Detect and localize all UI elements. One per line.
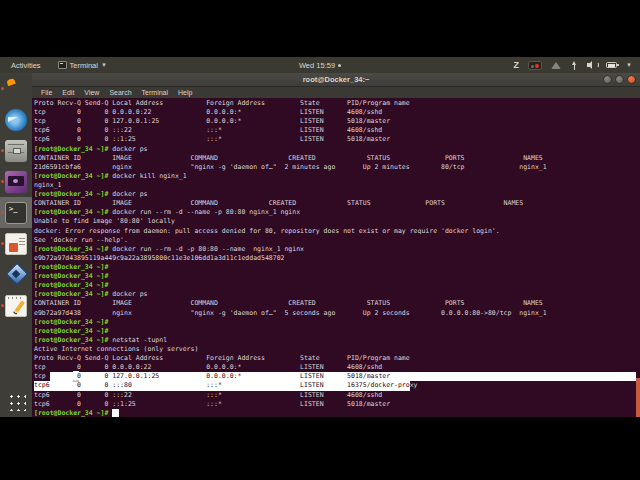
letterbox-top [0, 0, 640, 57]
terminal-text: tcp6 0 0 ::1:25 :::* LISTEN 5018/master [34, 400, 390, 409]
terminal-line: [root@Docker_34 ~]# [34, 318, 636, 327]
menu-item-search[interactable]: Search [104, 89, 136, 96]
terminal-text: docker ps [108, 290, 147, 299]
window-buttons [603, 75, 640, 84]
shell-prompt: [root@Docker_34 ~]# [34, 190, 108, 199]
minimize-button[interactable] [603, 75, 612, 84]
shell-prompt: [root@Docker_34 ~]# [34, 281, 108, 290]
terminal-line: tcp 0 0 127.0.0.1:25 0.0.0.0:* LISTEN 50… [34, 117, 636, 126]
thunderbird-icon [5, 109, 27, 131]
dock-item-notes[interactable] [0, 290, 32, 321]
menu-item-file[interactable]: File [36, 89, 57, 96]
terminal-line: tcp6 0 0 ::1:25 :::* LISTEN 5018/master [34, 135, 636, 144]
clock[interactable]: Wed 15:59 [0, 61, 640, 70]
terminal-line: Proto Recv-Q Send-Q Local Address Foreig… [34, 99, 636, 108]
window-title: root@Docker_34:~ [32, 75, 640, 84]
shell-prompt: [root@Docker_34 ~]# [34, 272, 108, 281]
terminal-icon [5, 202, 27, 224]
dock-item-screenshot-app[interactable] [0, 166, 32, 197]
impress-icon [5, 233, 27, 255]
shell-prompt: [root@Docker_34 ~]# [34, 290, 108, 299]
close-button[interactable] [627, 75, 636, 84]
dock-item-virtualbox[interactable] [0, 259, 32, 290]
terminal-text: Active Internet connections (only server… [34, 345, 198, 354]
notification-dot-icon [338, 64, 341, 67]
terminal-line: e9b72a97d438 nginx "nginx -g 'daemon of…… [34, 309, 636, 318]
shell-prompt: [root@Docker_34 ~]# [34, 172, 108, 181]
firefox-icon [5, 78, 27, 100]
terminal-text: CONTAINER ID IMAGE COMMAND CREATED STATU… [34, 199, 523, 208]
terminal-line: Proto Recv-Q Send-Q Local Address Foreig… [34, 354, 636, 363]
shell-prompt: [root@Docker_34 ~]# [34, 245, 108, 254]
terminal-line: docker: Error response from daemon: pull… [34, 227, 636, 236]
file-cabinet-icon [5, 140, 27, 162]
terminal-text: tcp 0 0 0.0.0.0:22 0.0.0.0:* LISTEN 4608… [34, 363, 382, 372]
shell-prompt: [root@Docker_34 ~]# [34, 409, 108, 417]
terminal-text: tcp6 0 0 :::22 :::* LISTEN 4608/sshd [34, 391, 382, 400]
terminal-cursor [112, 409, 119, 417]
volume-icon[interactable] [587, 57, 597, 73]
terminal-text: Proto Recv-Q Send-Q Local Address Foreig… [34, 99, 410, 108]
terminal-text: tcp 0 0 127.0.0.1:25 0.0.0.0:* LISTEN 50… [34, 117, 390, 126]
terminal-line: [root@Docker_34 ~]# docker run --rm -d -… [34, 245, 636, 254]
running-indicator-dot [1, 211, 4, 214]
terminal-text: docker run --rm -d -p 80:80 --name nginx… [108, 245, 304, 254]
screen-recorder-icon[interactable] [528, 57, 542, 73]
virtualbox-icon [5, 264, 27, 286]
shell-prompt: [root@Docker_34 ~]# [34, 145, 108, 154]
network-icon[interactable] [570, 57, 578, 73]
screen: Activities Terminal ▼ Wed 15:59 Z ▼ root… [0, 0, 640, 480]
terminal-text: tcp [34, 372, 50, 381]
scrollbar-thumb[interactable] [636, 378, 640, 417]
terminal-text: netstat -tupnl [108, 336, 167, 345]
menu-item-view[interactable]: View [79, 89, 104, 96]
terminal-text: CONTAINER ID IMAGE COMMAND CREATED STATU… [34, 299, 543, 308]
terminal-line: Unable to find image '80:80' locally [34, 217, 636, 226]
terminal-line: tcp6 0 0 :::80 :::* LISTEN 16375/docker-… [34, 381, 636, 390]
shell-prompt: [root@Docker_34 ~]# [34, 208, 108, 217]
show-apps-grid-icon [7, 392, 26, 411]
dock-item-terminal[interactable] [0, 197, 32, 228]
terminal-line: [root@Docker_34 ~]# [34, 409, 636, 417]
terminal-viewport[interactable]: Proto Recv-Q Send-Q Local Address Foreig… [32, 98, 640, 417]
dock-item-libreoffice-impress[interactable] [0, 228, 32, 259]
terminal-line: [root@Docker_34 ~]# netstat -tupnl [34, 336, 636, 345]
terminal-line: CONTAINER ID IMAGE COMMAND CREATED STATU… [34, 199, 636, 208]
terminal-line: [root@Docker_34 ~]# [34, 272, 636, 281]
terminal-line: tcp6 0 0 ::1:25 :::* LISTEN 5018/master [34, 400, 636, 409]
titlebar[interactable]: root@Docker_34:~ [32, 73, 640, 87]
terminal-output: Proto Recv-Q Send-Q Local Address Foreig… [32, 98, 640, 417]
letterbox-bottom [0, 417, 640, 480]
terminal-line: tcp 0 0 0.0.0.0:22 0.0.0.0:* LISTEN 4608… [34, 363, 636, 372]
shell-prompt: [root@Docker_34 ~]# [34, 263, 108, 272]
shell-prompt: [root@Docker_34 ~]# [34, 336, 108, 345]
menubar: FileEditViewSearchTerminalHelp [32, 87, 640, 98]
dock-item-thunderbird[interactable] [0, 104, 32, 135]
maximize-button[interactable] [615, 75, 624, 84]
menu-item-terminal[interactable]: Terminal [137, 89, 173, 96]
terminal-text: tcp6 0 0 ::1:25 :::* LISTEN 5018/master [34, 135, 390, 144]
terminal-line: nginx_1 [34, 181, 636, 190]
running-indicator-dot [1, 149, 4, 152]
dock-item-show-applications[interactable] [0, 386, 32, 417]
terminal-line: Active Internet connections (only server… [34, 345, 636, 354]
terminal-text: Unable to find image '80:80' locally [34, 217, 175, 226]
terminal-line: e9b72a97d43895119a449c9a22a3895800c11e3e… [34, 254, 636, 263]
terminal-line: tcp6 0 0 :::22 :::* LISTEN 4608/sshd [34, 391, 636, 400]
terminal-line: CONTAINER ID IMAGE COMMAND CREATED STATU… [34, 154, 636, 163]
menu-item-edit[interactable]: Edit [57, 89, 79, 96]
dock-item-files[interactable] [0, 135, 32, 166]
terminal-line: [root@Docker_34 ~]# docker run --rm -d -… [34, 208, 636, 217]
terminal-text: e9b72a97d438 nginx "nginx -g 'daemon of…… [34, 309, 547, 318]
dock [0, 73, 32, 417]
terminal-text: docker kill nginx_1 [108, 172, 186, 181]
terminal-window: root@Docker_34:~ FileEditViewSearchTermi… [32, 73, 640, 417]
battery-icon[interactable] [606, 57, 617, 73]
terminal-text: See 'docker run --help'. [34, 236, 128, 245]
running-indicator-dot [1, 87, 4, 90]
dock-item-firefox[interactable] [0, 73, 32, 104]
menu-item-help[interactable]: Help [173, 89, 197, 96]
terminal-line: tcp 0 0 0.0.0.0:22 0.0.0.0:* LISTEN 4608… [34, 108, 636, 117]
terminal-line: [root@Docker_34 ~]# docker kill nginx_1 [34, 172, 636, 181]
terminal-line: [root@Docker_34 ~]# [34, 327, 636, 336]
